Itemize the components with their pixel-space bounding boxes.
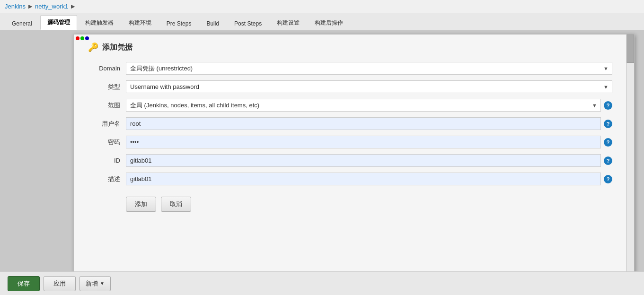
scope-select[interactable]: 全局 (Jenkins, nodes, items, all child ite… xyxy=(126,99,601,112)
new-dropdown-arrow: ▼ xyxy=(100,281,105,286)
dialog-content: 🔑 添加凭据 Domain 全局凭据 (unrestricted) ▼ 类型 xyxy=(74,35,626,219)
cancel-button[interactable]: 取消 xyxy=(161,197,191,212)
type-select-wrap: Username with password ▼ xyxy=(126,80,612,93)
type-label: 类型 xyxy=(88,83,126,91)
new-label: 新增 xyxy=(86,279,98,288)
tab-trigger[interactable]: 构建触发器 xyxy=(78,16,121,30)
apply-button[interactable]: 应用 xyxy=(44,276,76,291)
description-row: 描述 ? xyxy=(88,173,612,185)
logo-dot-green xyxy=(80,36,84,40)
tab-post-build[interactable]: 构建后操作 xyxy=(308,16,350,30)
id-help-icon[interactable]: ? xyxy=(604,156,612,165)
username-row: 用户名 ? xyxy=(88,117,612,130)
domain-row: Domain 全局凭据 (unrestricted) ▼ xyxy=(88,62,612,75)
tab-build-settings[interactable]: 构建设置 xyxy=(270,16,307,30)
username-help-icon[interactable]: ? xyxy=(604,120,612,128)
password-row: 密码 ? xyxy=(88,136,612,148)
main-content: ▲ ▼ 🔑 添加凭据 Domain 全局凭据 (unrestricted) ▼ xyxy=(0,30,644,295)
username-label: 用户名 xyxy=(88,120,126,128)
breadcrumb-netty[interactable]: netty_work1 xyxy=(35,3,68,10)
description-label: 描述 xyxy=(88,175,126,183)
logo-dot-blue xyxy=(85,36,89,40)
password-input-wrap: ? xyxy=(126,136,612,148)
logo-dot-red xyxy=(76,36,79,40)
tab-bar: General 源码管理 构建触发器 构建环境 Pre Steps Build … xyxy=(0,13,644,30)
username-input-wrap: ? xyxy=(126,117,612,130)
breadcrumb-arrow-1: ▶ xyxy=(28,3,32,9)
dialog-title: 🔑 添加凭据 xyxy=(88,42,612,52)
new-button[interactable]: 新增 ▼ xyxy=(79,276,111,291)
breadcrumb-jenkins[interactable]: Jenkins xyxy=(5,3,26,10)
key-icon: 🔑 xyxy=(88,42,98,52)
add-credentials-dialog: ▲ ▼ 🔑 添加凭据 Domain 全局凭据 (unrestricted) ▼ xyxy=(73,34,635,295)
domain-select[interactable]: 全局凭据 (unrestricted) xyxy=(126,62,612,75)
id-row: ID ? xyxy=(88,154,612,167)
tab-general[interactable]: General xyxy=(5,17,39,30)
id-input[interactable] xyxy=(126,154,601,167)
type-select[interactable]: Username with password xyxy=(126,80,612,93)
description-help-icon[interactable]: ? xyxy=(604,175,612,183)
description-input[interactable] xyxy=(126,173,601,185)
scrollbar-thumb[interactable] xyxy=(626,35,634,63)
tab-poststeps[interactable]: Post Steps xyxy=(227,17,269,30)
domain-select-wrap: 全局凭据 (unrestricted) ▼ xyxy=(126,62,612,75)
description-input-wrap: ? xyxy=(126,173,612,185)
password-label: 密码 xyxy=(88,138,126,147)
tab-env[interactable]: 构建环境 xyxy=(122,16,159,30)
bottom-bar: 保存 应用 新增 ▼ xyxy=(0,271,644,295)
scope-select-wrap: 全局 (Jenkins, nodes, items, all child ite… xyxy=(126,99,601,112)
scope-label: 范围 xyxy=(88,101,126,110)
id-label: ID xyxy=(88,157,126,164)
scope-row: 范围 全局 (Jenkins, nodes, items, all child … xyxy=(88,99,612,112)
password-input[interactable] xyxy=(126,136,601,148)
scope-help-icon[interactable]: ? xyxy=(604,101,612,110)
type-row: 类型 Username with password ▼ xyxy=(88,80,612,93)
domain-label: Domain xyxy=(88,65,126,72)
tab-build[interactable]: Build xyxy=(199,17,226,30)
breadcrumb-bar: Jenkins ▶ netty_work1 ▶ xyxy=(0,0,644,13)
breadcrumb-arrow-2: ▶ xyxy=(71,3,75,9)
save-button[interactable]: 保存 xyxy=(8,276,40,291)
dialog-logo xyxy=(76,36,89,40)
password-help-icon[interactable]: ? xyxy=(604,138,612,147)
dialog-title-text: 添加凭据 xyxy=(102,43,132,52)
username-input[interactable] xyxy=(126,117,601,130)
add-button[interactable]: 添加 xyxy=(126,197,156,212)
dialog-scrollbar[interactable]: ▲ ▼ xyxy=(626,35,634,295)
dialog-button-row: 添加 取消 xyxy=(88,197,612,212)
id-input-wrap: ? xyxy=(126,154,612,167)
tab-source[interactable]: 源码管理 xyxy=(40,15,77,30)
tab-presteps[interactable]: Pre Steps xyxy=(159,17,199,30)
